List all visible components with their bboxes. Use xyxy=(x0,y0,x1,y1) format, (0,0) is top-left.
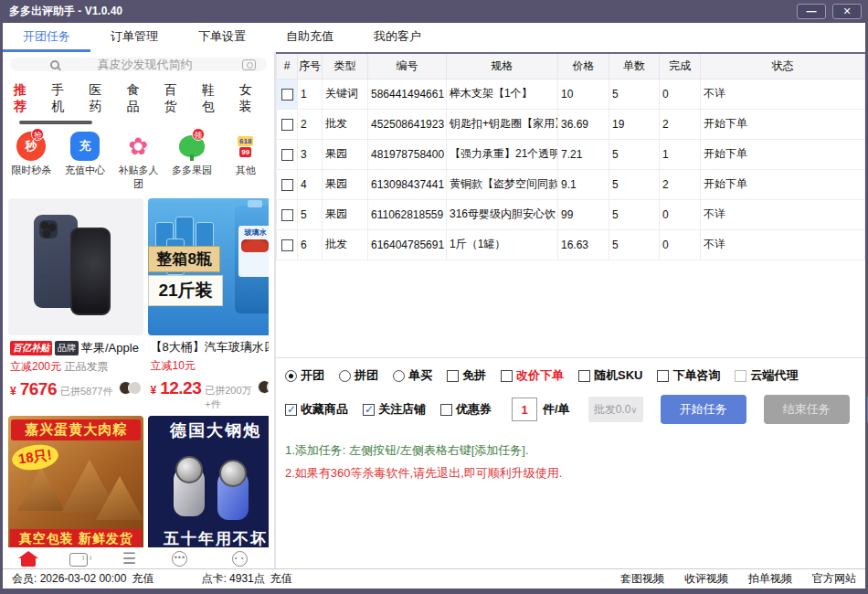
nav-home[interactable]: 首页 xyxy=(19,548,37,569)
sold-count: 已拼5877件 xyxy=(60,385,112,398)
product-grid: 百亿补贴 品牌 苹果/Apple 立减200元 正品发票 ¥7676 已拼587… xyxy=(8,198,269,547)
check-favorite-item[interactable]: 收藏商品 xyxy=(285,401,348,418)
search-input[interactable] xyxy=(63,58,228,71)
quick-recharge-center[interactable]: 充 充值中心 xyxy=(61,132,109,191)
check-no-group[interactable]: 免拼 xyxy=(447,367,486,384)
invoice-text: 正品发票 xyxy=(64,360,108,373)
table-row[interactable]: 1关键词 586441494661榉木支架【1个】 105 0不详 xyxy=(277,79,865,109)
tab-self-recharge[interactable]: 自助充值 xyxy=(266,23,354,52)
points-recharge-link[interactable]: 充值 xyxy=(270,571,292,587)
category-phone[interactable]: 手机 xyxy=(51,82,75,115)
quantity-input[interactable] xyxy=(512,398,537,421)
link-official-site[interactable]: 官方网站 xyxy=(812,571,856,587)
category-shoes[interactable]: 鞋包 xyxy=(202,82,226,115)
claim-badge: 领 xyxy=(192,128,205,141)
check-coupon[interactable]: 优惠券 xyxy=(440,401,492,418)
title-bar[interactable]: 多多出评助手 - V1.0.40 — ✕ xyxy=(0,0,868,23)
check-change-price[interactable]: 改价下单 xyxy=(501,367,564,384)
alarm-clock-icon: 秒 抢 xyxy=(16,132,46,161)
table-row[interactable]: 3果园 481978758400【强力承重】21个透明... 7.215 1开始… xyxy=(277,139,865,169)
link-order-video[interactable]: 拍单视频 xyxy=(748,571,792,587)
category-scrollbar-thumb[interactable] xyxy=(19,121,92,124)
check-order-inquiry[interactable]: 下单咨询 xyxy=(657,367,720,384)
quantity-unit-label: 件/单 xyxy=(543,401,570,418)
chat-bubble-icon: ••• xyxy=(172,551,187,567)
close-button[interactable]: ✕ xyxy=(832,4,862,19)
product-card-zongzi[interactable]: 嘉兴蛋黄大肉粽 18只! 真空包装 新鲜发货 【18只嘉兴大肉粽】蛋黄 xyxy=(8,416,143,547)
app-window: 多多出评助手 - V1.0.40 — ✕ 开团任务 订单管理 下单设置 自助充值… xyxy=(0,0,868,594)
nav-live[interactable]: 直播 xyxy=(69,548,88,569)
nav-chat[interactable]: ••• 聊天 xyxy=(171,548,189,569)
category-goods[interactable]: 百货 xyxy=(164,82,188,115)
category-scrollbar[interactable] xyxy=(19,121,274,124)
subsidy-badge: 百亿补贴 xyxy=(10,341,52,355)
product-card-glass-water[interactable]: 玻璃水 整箱8瓶 21斤装 【8大桶】汽车玻璃水四 立减10元 ¥12.23 已… xyxy=(148,198,269,411)
quick-other[interactable]: 618 99 其他 xyxy=(222,132,270,191)
product-card-iphone[interactable]: 百亿补贴 品牌 苹果/Apple 立减200元 正品发票 ¥7676 已拼587… xyxy=(8,198,143,411)
tab-my-customers[interactable]: 我的客户 xyxy=(354,23,441,52)
category-tabs: 推荐 手机 医药 食品 百货 鞋包 女装 xyxy=(3,73,274,121)
points-balance: 点卡: 4931点 xyxy=(201,571,264,587)
check-cloud-proxy[interactable]: 云端代理 xyxy=(735,367,798,384)
row-checkbox[interactable] xyxy=(281,209,293,221)
category-medicine[interactable]: 医药 xyxy=(89,82,112,115)
mode-dropdown[interactable]: 批发0.0 ∨ xyxy=(588,397,643,422)
status-bar: 会员: 2026-03-02 00:00 充值 点卡: 4931点 充值 套图视… xyxy=(3,568,865,589)
razor-bottom-text: 五十年用不坏 xyxy=(148,528,269,547)
row-checkbox[interactable] xyxy=(281,89,293,101)
minimize-button[interactable]: — xyxy=(797,4,826,19)
table-row[interactable]: 2批发 452508641923钥匙扣+钥匙圈【家用】... 36.6919 2… xyxy=(277,109,865,139)
chevron-down-icon: ∨ xyxy=(630,405,637,415)
search-bar[interactable] xyxy=(10,58,267,71)
brand-badge: 品牌 xyxy=(55,341,79,355)
quick-flash-sale[interactable]: 秒 抢 限时秒杀 xyxy=(7,132,55,191)
link-template-video[interactable]: 套图视频 xyxy=(620,571,664,587)
camera-icon[interactable] xyxy=(242,59,256,70)
main-tabs: 开团任务 订单管理 下单设置 自助充值 我的客户 xyxy=(3,23,865,52)
row-checkbox[interactable] xyxy=(281,149,293,161)
start-task-button[interactable]: 开始任务 xyxy=(661,395,746,424)
misc-icons: 618 99 xyxy=(231,132,260,161)
quick-orchard[interactable]: 领 多多果园 xyxy=(168,132,216,191)
row-checkbox[interactable] xyxy=(281,179,293,191)
product-title: 【8大桶】汽车玻璃水四 xyxy=(148,335,269,355)
radio-open-group[interactable]: 开团 xyxy=(285,367,324,384)
shop-panel: 推荐 手机 医药 食品 百货 鞋包 女装 秒 抢 限时秒杀 xyxy=(3,52,274,568)
sold-count: 已拼200万+件 xyxy=(205,384,254,411)
tab-order-management[interactable]: 订单管理 xyxy=(90,23,178,52)
product-card-razor[interactable]: 德国大钢炮 五十年用不坏 【正品保证】德国进口电 xyxy=(148,416,269,547)
category-food[interactable]: 食品 xyxy=(126,82,150,115)
quick-group-subsidy[interactable]: ✿ 补贴多人团 xyxy=(114,132,162,191)
radio-single-buy[interactable]: 单买 xyxy=(393,367,432,384)
link-review-video[interactable]: 收评视频 xyxy=(684,571,728,587)
category-recommend[interactable]: 推荐 xyxy=(14,82,37,115)
task-controls: 开团 拼团 单买 免拼 改价下单 随机SKU 下单咨询 云端代理 收藏商品 关注… xyxy=(276,358,865,435)
radio-join-group[interactable]: 拼团 xyxy=(339,367,378,384)
check-follow-shop[interactable]: 关注店铺 xyxy=(363,401,426,418)
table-row[interactable]: 5果园 611062818559316母婴级内胆安心饮 ... 995 0不详 xyxy=(277,199,865,229)
product-image-razor: 德国大钢炮 五十年用不坏 xyxy=(148,416,269,547)
home-icon xyxy=(21,557,36,567)
tab-order-settings[interactable]: 下单设置 xyxy=(178,23,266,52)
shop-bottom-nav: 首页 直播 ☰ 分类 ••• 聊天 • • xyxy=(3,547,274,568)
banner-bottom-text: 真空包装 新鲜发货 xyxy=(10,529,142,547)
member-expiry: 会员: 2026-03-02 00:00 xyxy=(12,571,126,587)
task-panel: #序号 类型编号 规格价格 单数完成 状态 1关键词 586441494661榉… xyxy=(276,52,865,568)
nav-categories[interactable]: ☰ 分类 xyxy=(120,548,138,569)
row-checkbox[interactable] xyxy=(281,239,293,251)
end-task-button[interactable]: 结束任务 xyxy=(764,395,850,424)
table-row[interactable]: 6批发 6164047856911斤（1罐） 16.635 0不详 xyxy=(277,229,865,260)
table-row[interactable]: 4果园 613098437441黄铜款【盗梦空间同款... 9.15 2开始下单 xyxy=(277,169,865,199)
promo-text: 立减10元 xyxy=(150,359,195,372)
tab-open-group-task[interactable]: 开团任务 xyxy=(3,23,90,52)
product-price: 12.23 xyxy=(160,378,201,398)
row-checkbox[interactable] xyxy=(281,119,293,131)
search-icon xyxy=(50,60,59,69)
tree-icon: 领 xyxy=(177,132,206,161)
nav-profile[interactable]: • • 个人中心 xyxy=(221,548,258,569)
table-header-row: #序号 类型编号 规格价格 单数完成 状态 xyxy=(277,53,865,79)
buyer-avatars xyxy=(258,380,269,394)
check-random-sku[interactable]: 随机SKU xyxy=(578,367,642,384)
member-recharge-link[interactable]: 充值 xyxy=(132,571,153,587)
category-women[interactable]: 女装 xyxy=(239,82,263,115)
